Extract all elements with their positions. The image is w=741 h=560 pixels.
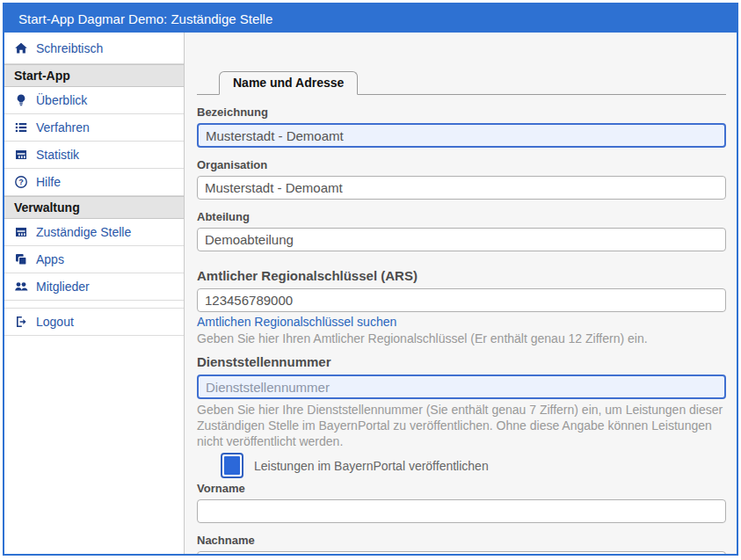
- sidebar-item-apps[interactable]: Apps: [4, 246, 184, 273]
- page-title: Start-App Dagmar Demo: Zuständige Stelle: [18, 11, 272, 26]
- sidebar-item-logout[interactable]: Logout: [4, 308, 184, 336]
- tab-name-und-adresse[interactable]: Name und Adresse: [219, 71, 358, 95]
- sidebar-item-mitglieder[interactable]: Mitglieder: [4, 273, 184, 301]
- main-content: Name und Adresse Bezeichnung Organisatio…: [185, 33, 737, 554]
- nachname-input[interactable]: [197, 551, 726, 554]
- lightbulb-icon: [14, 93, 28, 107]
- vorname-label: Vorname: [197, 482, 726, 496]
- app-frame: Start-App Dagmar Demo: Zuständige Stelle…: [3, 3, 738, 556]
- app-window: Start-App Dagmar Demo: Zuständige Stelle…: [0, 0, 741, 560]
- sidebar-item-label: Hilfe: [36, 175, 61, 189]
- field-group-ars: Amtlicher Regionalschlüssel (ARS) Amtlic…: [197, 267, 726, 346]
- dienststellennummer-help-text: Geben Sie hier Ihre Dienststellennummer …: [197, 402, 726, 449]
- field-group-abteilung: Abteilung: [197, 210, 726, 251]
- sidebar-item-label: Apps: [36, 252, 64, 266]
- nachname-label: Nachname: [197, 534, 726, 548]
- abteilung-label: Abteilung: [197, 210, 726, 224]
- field-group-dienststellennummer: Dienststellennummer Geben Sie hier Ihre …: [197, 353, 726, 449]
- bayernportal-checkbox-row: Leistungen im BayernPortal veröffentlich…: [221, 453, 726, 478]
- bayernportal-checkbox[interactable]: [221, 453, 243, 478]
- tab-bar: Name und Adresse: [197, 71, 726, 95]
- ars-label: Amtlicher Regionalschlüssel (ARS): [197, 267, 726, 284]
- chart-window-icon: [14, 148, 28, 162]
- sidebar-item-hilfe[interactable]: ? Hilfe: [4, 169, 184, 196]
- sidebar-item-label: Logout: [36, 315, 74, 329]
- organisation-label: Organisation: [197, 158, 726, 172]
- ars-help-text: Geben Sie hier Ihren Amtlicher Regionals…: [197, 331, 726, 346]
- sidebar-item-statistik[interactable]: Statistik: [4, 142, 184, 169]
- bayernportal-checkbox-label: Leistungen im BayernPortal veröffentlich…: [254, 459, 489, 473]
- bezeichnung-input[interactable]: [197, 123, 726, 148]
- ars-input[interactable]: [197, 288, 726, 312]
- field-group-organisation: Organisation: [197, 158, 726, 200]
- sidebar: Schreibtisch Start-App Überblick Verfahr…: [4, 33, 185, 554]
- organisation-input[interactable]: [197, 176, 726, 200]
- sidebar-section-start-app: Start-App: [4, 64, 184, 87]
- help-circle-icon: ?: [14, 175, 28, 189]
- chart-window-icon: [14, 225, 28, 239]
- sidebar-item-label: Zuständige Stelle: [36, 225, 131, 239]
- sidebar-item-label: Statistik: [36, 148, 79, 162]
- apps-icon: [14, 252, 28, 266]
- sidebar-item-ueberblick[interactable]: Überblick: [4, 87, 184, 114]
- field-group-nachname: Nachname: [197, 534, 726, 554]
- sidebar-item-zustaendige-stelle[interactable]: Zuständige Stelle: [4, 219, 184, 246]
- vorname-input[interactable]: [197, 499, 726, 523]
- home-icon: [14, 41, 28, 55]
- field-group-bezeichnung: Bezeichnung: [197, 105, 726, 148]
- field-group-vorname: Vorname: [197, 482, 726, 523]
- sidebar-item-label: Schreibtisch: [36, 41, 103, 55]
- sidebar-item-label: Verfahren: [36, 120, 90, 135]
- app-header: Start-App Dagmar Demo: Zuständige Stelle: [4, 4, 737, 33]
- dienststellennummer-input[interactable]: [197, 375, 726, 399]
- ars-search-link[interactable]: Amtlichen Regionalschlüssel suchen: [197, 315, 396, 329]
- list-icon: [14, 120, 28, 135]
- checkbox-fill: [224, 456, 240, 475]
- svg-text:?: ?: [18, 178, 24, 186]
- dienststellennummer-label: Dienststellennummer: [197, 353, 726, 370]
- sidebar-section-verwaltung: Verwaltung: [4, 196, 184, 219]
- sidebar-item-label: Überblick: [36, 93, 87, 107]
- sidebar-item-verfahren[interactable]: Verfahren: [4, 114, 184, 142]
- sidebar-item-label: Mitglieder: [36, 280, 90, 294]
- logout-icon: [14, 315, 28, 329]
- users-icon: [14, 280, 28, 294]
- bezeichnung-label: Bezeichnung: [197, 105, 726, 120]
- abteilung-input[interactable]: [197, 228, 726, 251]
- sidebar-item-schreibtisch[interactable]: Schreibtisch: [4, 33, 184, 64]
